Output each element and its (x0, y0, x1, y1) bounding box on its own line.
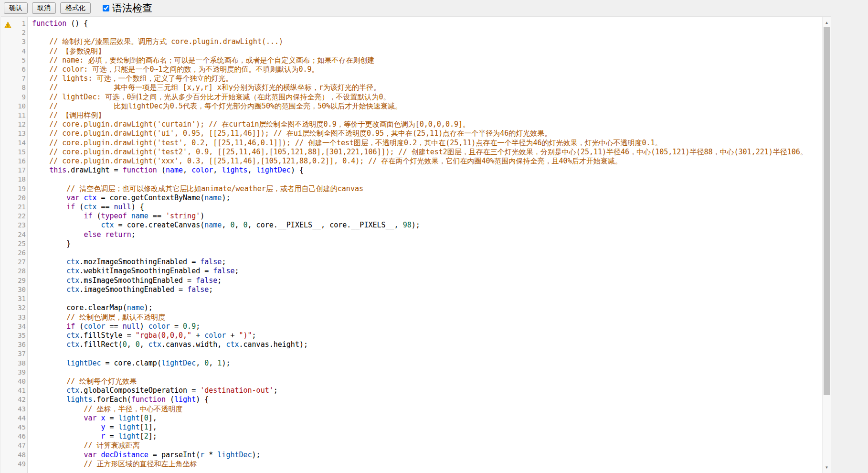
gutter-marker-cell (1, 349, 14, 358)
line-number: 3 (14, 37, 29, 46)
line-number: 38 (14, 359, 29, 368)
gutter-marker-cell (1, 294, 14, 303)
gutter-marker-cell (1, 248, 14, 258)
code-line: 30 ctx.imageSmoothingEnabled = false; (1, 285, 823, 294)
code-line-text: if (color == null) color = 0.9; (29, 322, 823, 331)
gutter-marker-cell (1, 28, 14, 37)
code-line: 8 // 其中每一项是三元组 [x,y,r] x和y分别为该灯光的横纵坐标，r为… (1, 83, 823, 92)
line-number: 24 (14, 230, 29, 239)
code-line: 38 lightDec = core.clamp(lightDec, 0, 1)… (1, 359, 823, 368)
code-line-text: // core.plugin.drawLight('test', 0.2, [[… (29, 139, 823, 148)
code-line: 33 // 绘制色调层，默认不透明度 (1, 313, 823, 322)
line-number: 13 (14, 129, 29, 138)
code-line-text: if (typeof name == 'string') (29, 212, 823, 221)
format-button[interactable]: 格式化 (60, 2, 91, 14)
line-number: 28 (14, 267, 29, 276)
gutter-marker-cell (1, 175, 14, 184)
code-line-text: // 绘制灯光/漆黑层效果。调用方式 core.plugin.drawLight… (29, 37, 823, 46)
code-line: 25 } (1, 239, 823, 248)
gutter-marker-cell (1, 267, 14, 276)
code-line-text: else return; (29, 230, 823, 239)
syntax-check-checkbox[interactable] (103, 5, 109, 11)
code-line-text: // core.plugin.drawLight('curtain'); // … (29, 120, 823, 129)
code-line: 26 (1, 248, 823, 258)
code-line: 34 if (color == null) color = 0.9; (1, 322, 823, 331)
line-number: 10 (14, 102, 29, 111)
scrollbar-thumb[interactable] (824, 27, 830, 395)
code-line: 36 ctx.fillRect(0, 0, ctx.canvas.width, … (1, 340, 823, 349)
line-number: 25 (14, 239, 29, 248)
scroll-up-button[interactable]: ▲ (823, 18, 831, 27)
confirm-button[interactable]: 确认 (4, 2, 28, 14)
code-line-text: } (29, 239, 823, 248)
code-line: 40 // 绘制每个灯光效果 (1, 377, 823, 386)
code-line-text: y = light[1], (29, 423, 823, 432)
code-line-text: // lightDec: 可选，0到1之间，光从多少百分比才开始衰减（在此范围内… (29, 93, 823, 102)
code-line: 35 ctx.fillStyle = "rgba(0,0,0," + color… (1, 331, 823, 340)
line-number: 29 (14, 276, 29, 285)
syntax-check-label: 语法检查 (112, 1, 152, 15)
line-number: 22 (14, 212, 29, 221)
code-line-text: // core.plugin.drawLight('ui', 0.95, [[2… (29, 129, 823, 138)
code-line: 3 // 绘制灯光/漆黑层效果。调用方式 core.plugin.drawLig… (1, 37, 823, 46)
vertical-scrollbar[interactable]: ▲ ▼ (822, 17, 831, 473)
line-number: 26 (14, 248, 29, 258)
cancel-button[interactable]: 取消 (32, 2, 56, 14)
code-line-text: // 绘制每个灯光效果 (29, 377, 823, 386)
line-number: 32 (14, 303, 29, 312)
line-number: 30 (14, 285, 29, 294)
gutter-marker-cell (1, 157, 14, 166)
code-area[interactable]: 1function () {23 // 绘制灯光/漆黑层效果。调用方式 core… (1, 17, 823, 473)
code-line: 11 // 【调用样例】 (1, 111, 823, 120)
code-editor[interactable]: 1function () {23 // 绘制灯光/漆黑层效果。调用方式 core… (1, 16, 831, 473)
gutter-marker-cell (1, 368, 14, 377)
code-line: 10 // 比如lightDec为0.5代表，每个灯光部分内圈50%的范围全亮，… (1, 102, 823, 111)
code-line: 20 var ctx = core.getContextByName(name)… (1, 194, 823, 203)
code-line-text: r = light[2]; (29, 432, 823, 441)
gutter-marker-cell (1, 65, 14, 74)
code-line-text: ctx.fillRect(0, 0, ctx.canvas.width, ctx… (29, 340, 823, 349)
line-number: 31 (14, 294, 29, 303)
gutter-marker-cell (1, 139, 14, 148)
code-line-text: this.drawLight = function (name, color, … (29, 166, 823, 175)
gutter-marker-cell (1, 451, 14, 460)
line-number: 27 (14, 258, 29, 267)
gutter-marker-cell (1, 102, 14, 111)
line-number: 19 (14, 184, 29, 194)
code-line-text: // 清空色调层；也可以修改成其它层比如animate/weather层，或者用… (29, 184, 823, 194)
line-number: 44 (14, 414, 29, 423)
gutter-marker-cell (1, 432, 14, 441)
code-line-text: core.clearMap(name); (29, 303, 823, 312)
code-line: 47 // 计算衰减距离 (1, 441, 823, 450)
line-number: 45 (14, 423, 29, 432)
gutter-marker-cell (1, 37, 14, 46)
code-line: 4 // 【参数说明】 (1, 47, 823, 56)
gutter-marker-cell (1, 203, 14, 212)
gutter-marker-cell (1, 331, 14, 340)
scroll-down-button[interactable]: ▼ (823, 462, 831, 472)
line-number: 23 (14, 221, 29, 230)
code-line: 17 this.drawLight = function (name, colo… (1, 166, 823, 175)
code-line-text: // 绘制色调层，默认不透明度 (29, 313, 823, 322)
line-number: 18 (14, 175, 29, 184)
code-line-text: ctx.mozImageSmoothingEnabled = false; (29, 258, 823, 267)
gutter-marker-cell (1, 405, 14, 414)
code-line-text: // 计算衰减距离 (29, 441, 823, 450)
line-number: 35 (14, 331, 29, 340)
code-line: 12 // core.plugin.drawLight('curtain'); … (1, 120, 823, 129)
code-line: 41 ctx.globalCompositeOperation = 'desti… (1, 386, 823, 395)
line-number: 1 (14, 19, 29, 28)
code-line: 6 // color: 可选，只能是一个0~1之间的数，为不透明度的值。不填则默… (1, 65, 823, 74)
code-line: 43 // 坐标，半径，中心不透明度 (1, 405, 823, 414)
code-line-text: // core.plugin.drawLight('test2', 0.9, [… (29, 148, 823, 157)
code-line: 46 r = light[2]; (1, 432, 823, 441)
code-line-text: var decDistance = parseInt(r * lightDec)… (29, 451, 823, 460)
line-number: 43 (14, 405, 29, 414)
code-line-text: lights.forEach(function (light) { (29, 395, 823, 404)
gutter-marker-cell (1, 303, 14, 312)
code-line: 15 // core.plugin.drawLight('test2', 0.9… (1, 148, 823, 157)
code-line: 18 (1, 175, 823, 184)
code-line-text: // lights: 可选，一个数组，定义了每个独立的灯光。 (29, 74, 823, 83)
line-number: 17 (14, 166, 29, 175)
code-line-text: if (ctx == null) { (29, 203, 823, 212)
